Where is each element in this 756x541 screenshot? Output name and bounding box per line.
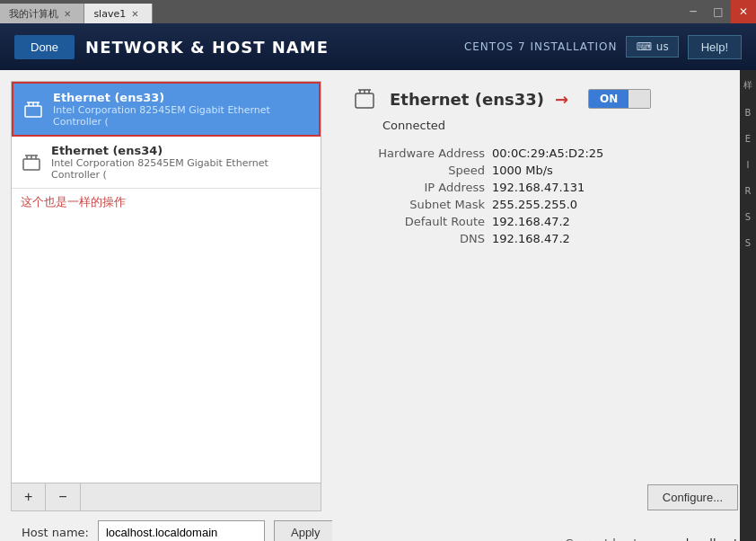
strip-item: S [745, 212, 751, 222]
strip-item: S [745, 238, 751, 248]
strip-item: E [745, 134, 751, 144]
annotation-text: 这个也是一样的操作 [12, 189, 321, 216]
right-panel: Ethernet (ens33) → ON Connected Hardware… [332, 70, 756, 541]
dns-label: DNS [359, 232, 485, 245]
close-button[interactable]: ✕ [731, 0, 756, 23]
connection-status: Connected [382, 119, 738, 132]
svg-rect-5 [23, 159, 40, 170]
ethernet-icon [22, 99, 44, 120]
done-button[interactable]: Done [14, 35, 75, 59]
subnet-mask-value: 255.255.255.0 [492, 198, 738, 211]
ethernet-plug-icon [350, 84, 379, 113]
keyboard-icon: ⌨ [636, 40, 651, 53]
dns-value: 192.168.47.2 [492, 232, 738, 245]
ethernet-icon [21, 152, 42, 173]
remove-network-button[interactable]: − [46, 483, 80, 510]
network-item-desc: Intel Corporation 82545EM Gigabit Ethern… [53, 104, 310, 128]
keyboard-button[interactable]: ⌨ us [626, 36, 678, 58]
current-host-row: Current host name: localhost [565, 537, 738, 541]
hardware-address-label: Hardware Address [359, 146, 485, 160]
network-item-name: Ethernet (ens34) [51, 144, 312, 157]
add-network-button[interactable]: + [12, 483, 46, 510]
default-route-value: 192.168.47.2 [492, 215, 738, 228]
right-strip: 样 B E I R S S [740, 70, 756, 541]
info-table: Hardware Address 00:0C:29:A5:D2:25 Speed… [359, 146, 738, 245]
speed-value: 1000 Mb/s [492, 164, 738, 177]
strip-item: R [745, 186, 752, 196]
toggle-switch[interactable]: ON [588, 89, 651, 109]
network-item-desc: Intel Corporation 82545EM Gigabit Ethern… [51, 157, 312, 181]
help-button[interactable]: Help! [688, 35, 742, 59]
top-bar: Done NETWORK & HOST NAME CENTOS 7 INSTAL… [0, 23, 756, 70]
arrow-icon: → [555, 90, 568, 109]
toggle-off-button[interactable] [629, 90, 650, 108]
ip-address-label: IP Address [359, 181, 485, 194]
strip-item: 样 [743, 79, 752, 92]
hostname-row: Host name: Apply [11, 511, 321, 541]
main-content: Ethernet (ens33) Intel Corporation 82545… [0, 70, 756, 541]
current-host-value: localhost [686, 537, 738, 541]
network-item-info: Ethernet (ens34) Intel Corporation 82545… [51, 144, 312, 181]
tab-close-icon[interactable]: ✕ [131, 9, 138, 19]
list-toolbar: + − [11, 483, 321, 511]
default-route-label: Default Route [359, 215, 485, 228]
svg-rect-10 [356, 93, 374, 108]
toggle-on-button[interactable]: ON [589, 90, 629, 108]
network-item-ens33[interactable]: Ethernet (ens33) Intel Corporation 82545… [12, 82, 321, 137]
tab-slave1[interactable]: slave1 ✕ [84, 4, 152, 23]
strip-item: I [747, 160, 750, 170]
hostname-input[interactable] [98, 520, 265, 541]
strip-item: B [745, 108, 752, 118]
network-item-info: Ethernet (ens33) Intel Corporation 82545… [53, 91, 310, 128]
network-item-ens34[interactable]: Ethernet (ens34) Intel Corporation 82545… [12, 137, 321, 189]
tab-label: slave1 [93, 8, 126, 20]
apply-button[interactable]: Apply [274, 520, 338, 541]
ip-address-value: 192.168.47.131 [492, 181, 738, 194]
ethernet-header: Ethernet (ens33) → ON [350, 84, 738, 113]
page-title: NETWORK & HOST NAME [85, 38, 329, 57]
hostname-label: Host name: [22, 526, 89, 539]
hardware-address-value: 00:0C:29:A5:D2:25 [492, 146, 738, 160]
tab-label: 我的计算机 [9, 7, 58, 21]
speed-label: Speed [359, 164, 485, 177]
network-item-name: Ethernet (ens33) [53, 91, 310, 104]
tab-my-computer[interactable]: 我的计算机 ✕ [0, 4, 84, 23]
tab-close-icon[interactable]: ✕ [64, 9, 71, 19]
current-host-label: Current host name: [565, 537, 678, 541]
subnet-mask-label: Subnet Mask [359, 198, 485, 211]
keyboard-label: us [656, 40, 669, 53]
ethernet-name: Ethernet (ens33) [390, 90, 544, 109]
maximize-button[interactable]: □ [706, 0, 731, 23]
network-list: Ethernet (ens33) Intel Corporation 82545… [11, 81, 321, 483]
svg-rect-0 [25, 106, 41, 117]
configure-button[interactable]: Configure... [647, 484, 738, 510]
left-panel: Ethernet (ens33) Intel Corporation 82545… [0, 70, 332, 541]
centos-label: CENTOS 7 INSTALLATION [464, 40, 618, 53]
minimize-button[interactable]: ─ [681, 0, 706, 23]
